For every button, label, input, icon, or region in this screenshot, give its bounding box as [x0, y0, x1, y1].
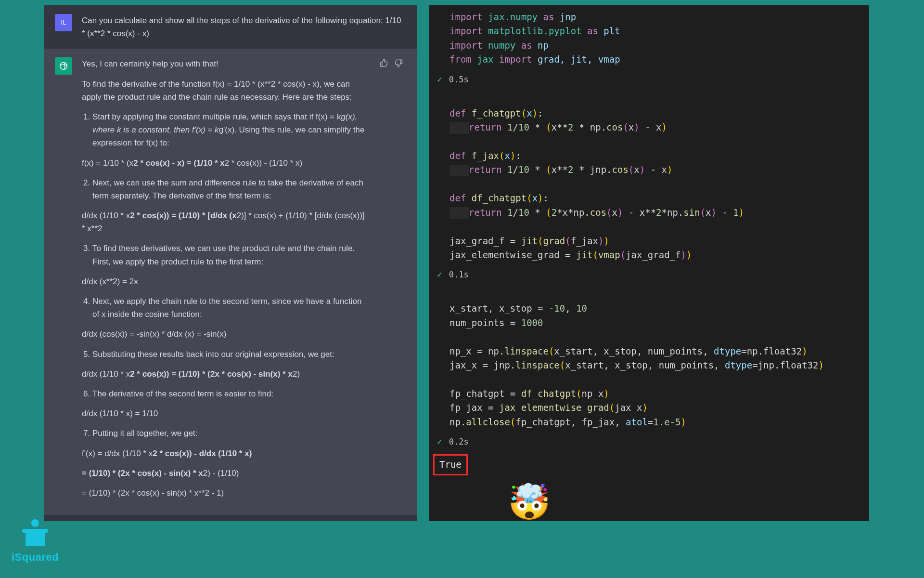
eq-6: d/dx (1/10 * x) = 1/10: [82, 407, 370, 420]
feedback-actions: [379, 57, 403, 506]
code-cell-3[interactable]: x_start, x_stop = -10, 10 num_points = 1…: [429, 299, 869, 475]
step-2: Next, we can use the sum and difference …: [92, 176, 370, 202]
eq-f2: = (1/10) * (2x * cos(x) - sin(x) * x2) -…: [82, 467, 370, 480]
eq-2: d/dx (1/10 * x2 * cos(x)) = (1/10) * [d/…: [82, 209, 370, 235]
cell-output-3: True: [433, 454, 468, 475]
user-message: IL Can you calculate and show all the st…: [44, 5, 417, 49]
eq-f3: = (1/10) * (2x * cos(x) - sin(x) * x**2 …: [82, 486, 370, 499]
code-cell-2[interactable]: def f_chatgpt(x): return 1/10 * (x**2 * …: [429, 104, 869, 285]
assistant-text: Yes, I can certainly help you with that!…: [82, 57, 370, 506]
eq-5: d/dx (1/10 * x2 * cos(x)) = (1/10) * (2x…: [82, 368, 370, 381]
brand-logo: iSquared: [12, 519, 59, 564]
brand-text: iSquared: [12, 551, 59, 564]
user-text: Can you calculate and show all the steps…: [82, 14, 403, 40]
brand-figure-icon: [23, 519, 48, 549]
eq-1: f(x) = 1/10 * (x2 * cos(x) - x) = (1/10 …: [82, 157, 370, 170]
assistant-message: Yes, I can certainly help you with that!…: [44, 49, 417, 515]
thumbs-down-icon[interactable]: [394, 58, 403, 68]
cell-status-2: ✓0.1s: [429, 265, 869, 284]
check-icon: ✓: [437, 73, 442, 86]
svg-point-0: [60, 63, 67, 70]
step-5: Substituting these results back into our…: [92, 348, 370, 361]
assist-lead: To find the derivative of the function f…: [82, 78, 370, 104]
eq-3: d/dx (x**2) = 2x: [82, 275, 370, 288]
step-1: Start by applying the constant multiple …: [92, 110, 370, 150]
notebook-panel: import jax.numpy as jnp import matplotli…: [429, 5, 869, 521]
code-cell-1[interactable]: import jax.numpy as jnp import matplotli…: [429, 7, 869, 89]
user-avatar: IL: [55, 14, 72, 31]
assist-intro: Yes, I can certainly help you with that!: [82, 57, 370, 70]
step-4: Next, we apply the chain rule to the sec…: [92, 295, 370, 321]
cell-status-3: ✓0.2s: [429, 432, 869, 451]
step-6: The derivative of the second term is eas…: [92, 387, 370, 400]
assistant-avatar: [55, 57, 72, 75]
mind-blown-emoji: 🤯: [508, 482, 551, 523]
chat-panel: IL Can you calculate and show all the st…: [44, 5, 417, 521]
eq-f1: f'(x) = d/dx (1/10 * x2 * cos(x)) - d/dx…: [82, 447, 370, 460]
step-3: To find these derivatives, we can use th…: [92, 242, 370, 268]
check-icon: ✓: [437, 435, 442, 448]
step-7: Putting it all together, we get:: [92, 427, 370, 440]
cell-status-1: ✓0.5s: [429, 70, 869, 89]
thumbs-up-icon[interactable]: [379, 58, 389, 68]
check-icon: ✓: [437, 268, 442, 281]
eq-4: d/dx (cos(x)) = -sin(x) * d/dx (x) = -si…: [82, 328, 370, 341]
openai-icon: [58, 61, 69, 71]
